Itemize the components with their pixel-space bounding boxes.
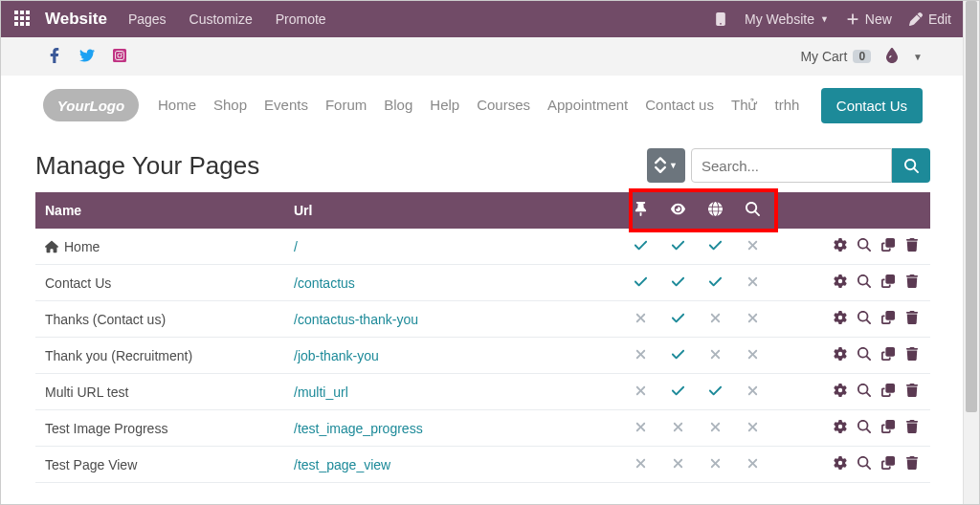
page-url-link[interactable]: /contactus	[294, 275, 355, 291]
page-url-link[interactable]: /multi_url	[294, 384, 348, 400]
cross-icon[interactable]	[634, 456, 648, 473]
header-name[interactable]: Name	[45, 203, 294, 218]
cross-icon[interactable]	[634, 420, 648, 437]
cross-icon[interactable]	[708, 311, 723, 328]
cross-icon[interactable]	[671, 420, 685, 437]
table-header: Name Url	[35, 192, 930, 229]
mobile-preview-icon[interactable]	[714, 12, 727, 26]
check-icon[interactable]	[671, 347, 685, 364]
cross-icon[interactable]	[746, 420, 760, 437]
check-icon[interactable]	[634, 238, 648, 255]
page-url-link[interactable]: /	[294, 239, 298, 254]
search-button[interactable]	[892, 148, 930, 183]
check-icon[interactable]	[671, 384, 685, 401]
gear-icon[interactable]	[834, 238, 847, 254]
copy-icon[interactable]	[881, 384, 895, 400]
topbar-menu-pages[interactable]: Pages	[128, 11, 167, 27]
gear-icon[interactable]	[834, 274, 847, 291]
copy-icon[interactable]	[881, 311, 895, 327]
cart-link[interactable]: My Cart 0	[800, 49, 871, 64]
sitenav-item-1[interactable]: Shop	[213, 97, 247, 114]
cross-icon[interactable]	[746, 384, 760, 401]
cross-icon[interactable]	[708, 456, 723, 473]
gear-icon[interactable]	[834, 420, 847, 436]
table-row: Test Image Progress/test_image_progress	[35, 410, 930, 447]
app-brand[interactable]: Website	[45, 10, 107, 29]
cross-icon[interactable]	[708, 420, 723, 437]
copy-icon[interactable]	[881, 456, 895, 472]
copy-icon[interactable]	[881, 420, 895, 436]
edit-button[interactable]: Edit	[909, 11, 951, 27]
check-icon[interactable]	[708, 384, 723, 401]
trash-icon[interactable]	[905, 420, 919, 436]
cross-icon[interactable]	[746, 456, 760, 473]
topbar-menu-customize[interactable]: Customize	[189, 11, 253, 27]
sitenav-item-7[interactable]: Appointment	[547, 97, 628, 114]
sitenav-item-3[interactable]: Forum	[325, 97, 367, 114]
logo-caret-icon[interactable]: ▼	[913, 52, 923, 62]
sitenav-item-4[interactable]: Blog	[384, 97, 412, 114]
sitenav-item-9[interactable]: Thử	[731, 97, 758, 114]
search-icon[interactable]	[858, 420, 871, 436]
cross-icon[interactable]	[634, 384, 648, 401]
cross-icon[interactable]	[634, 347, 648, 364]
trash-icon[interactable]	[905, 384, 919, 400]
check-icon[interactable]	[671, 238, 685, 255]
copy-icon[interactable]	[881, 347, 895, 363]
table-row: Home/	[35, 229, 930, 265]
sitenav-item-8[interactable]: Contact us	[645, 97, 714, 114]
site-logo[interactable]: YourLogo	[43, 89, 139, 121]
copy-icon[interactable]	[881, 274, 895, 291]
search-icon[interactable]	[858, 238, 871, 254]
gear-icon[interactable]	[834, 347, 847, 363]
cross-icon[interactable]	[746, 238, 760, 255]
check-icon[interactable]	[708, 238, 723, 255]
company-logo-drop-icon[interactable]	[884, 48, 900, 66]
trash-icon[interactable]	[905, 274, 919, 291]
sitenav-item-10[interactable]: trhh	[774, 97, 799, 114]
cross-icon[interactable]	[634, 311, 648, 328]
search-icon[interactable]	[858, 384, 871, 400]
search-input[interactable]	[691, 148, 892, 183]
twitter-icon[interactable]	[79, 48, 95, 66]
search-icon[interactable]	[858, 456, 871, 472]
vertical-scrollbar[interactable]	[963, 1, 979, 504]
facebook-icon[interactable]	[47, 48, 62, 66]
check-icon[interactable]	[671, 274, 685, 292]
sort-button[interactable]: ▼	[647, 148, 685, 183]
sitenav-item-6[interactable]: Courses	[477, 97, 530, 114]
gear-icon[interactable]	[834, 311, 847, 327]
cross-icon[interactable]	[746, 347, 760, 364]
search-icon[interactable]	[858, 311, 871, 327]
apps-icon[interactable]	[14, 11, 32, 28]
trash-icon[interactable]	[905, 347, 919, 363]
new-button[interactable]: New	[846, 11, 892, 27]
page-url-link[interactable]: /job-thank-you	[294, 348, 379, 363]
trash-icon[interactable]	[905, 311, 919, 327]
copy-icon[interactable]	[881, 238, 895, 254]
check-icon[interactable]	[634, 274, 648, 292]
topbar-menu-promote[interactable]: Promote	[276, 11, 326, 27]
sitenav-item-2[interactable]: Events	[264, 97, 308, 114]
check-icon[interactable]	[708, 274, 723, 292]
page-url-link[interactable]: /contactus-thank-you	[294, 312, 418, 327]
header-url[interactable]: Url	[294, 203, 622, 218]
website-selector[interactable]: My Website▼	[745, 11, 829, 27]
gear-icon[interactable]	[834, 456, 847, 472]
search-icon[interactable]	[858, 347, 871, 363]
page-url-link[interactable]: /test_page_view	[294, 457, 390, 472]
cross-icon[interactable]	[746, 274, 760, 292]
cross-icon[interactable]	[708, 347, 723, 364]
gear-icon[interactable]	[834, 384, 847, 400]
sitenav-item-0[interactable]: Home	[158, 97, 196, 114]
cross-icon[interactable]	[671, 456, 685, 473]
search-icon[interactable]	[858, 274, 871, 291]
check-icon[interactable]	[671, 311, 685, 328]
trash-icon[interactable]	[905, 456, 919, 472]
page-url-link[interactable]: /test_image_progress	[294, 421, 423, 436]
cross-icon[interactable]	[746, 311, 760, 328]
sitenav-item-5[interactable]: Help	[430, 97, 459, 114]
instagram-icon[interactable]	[112, 48, 127, 66]
trash-icon[interactable]	[905, 238, 919, 254]
contact-us-button[interactable]: Contact Us	[821, 88, 923, 123]
